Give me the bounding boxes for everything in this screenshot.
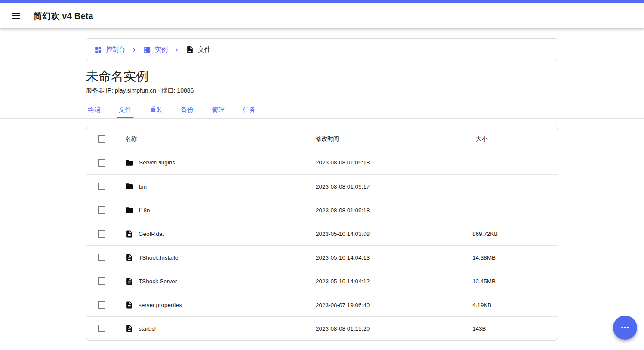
breadcrumb-item-1[interactable]: 控制台	[94, 46, 125, 54]
file-modified-time: 2023-08-08 01:15:20	[316, 325, 472, 332]
row-checkbox[interactable]	[98, 159, 105, 167]
file-row: TShock.Installer 2023-05-10 14:04:13 14.…	[86, 245, 558, 269]
file-icon	[125, 254, 133, 262]
row-checkbox[interactable]	[98, 230, 105, 238]
tab-任务[interactable]: 任务	[234, 101, 265, 118]
column-header-modified: 修改时间	[316, 135, 472, 143]
file-row: start.sh 2023-08-08 01:15:20 143B	[86, 316, 558, 340]
chevron-right-icon	[173, 46, 180, 53]
folder-icon	[125, 182, 134, 191]
file-name[interactable]: TShock.Installer	[139, 254, 180, 261]
breadcrumb: 控制台 实例 文件	[86, 38, 558, 61]
top-accent-strip	[0, 0, 644, 3]
file-size: 869.72KB	[472, 231, 558, 237]
file-table-header-row: 名称 修改时间 大小	[86, 127, 558, 151]
row-checkbox[interactable]	[98, 301, 105, 309]
select-all-checkbox[interactable]	[98, 135, 105, 143]
file-icon	[186, 46, 194, 54]
tab-文件[interactable]: 文件	[110, 101, 141, 118]
file-size: -	[472, 159, 558, 166]
tab-备份[interactable]: 备份	[172, 101, 203, 118]
tab-bar: 终端 文件 重装 备份 管理 任务	[0, 101, 644, 119]
row-checkbox[interactable]	[98, 325, 105, 332]
file-icon	[125, 325, 133, 333]
main-content: 控制台 实例 文件 未命名实例 服务器 IP: play.simpfun.cn …	[0, 38, 644, 341]
row-checkbox[interactable]	[98, 206, 105, 214]
menu-icon	[11, 11, 22, 21]
more-actions-fab[interactable]	[613, 316, 637, 340]
breadcrumb-item-3: 文件	[186, 46, 211, 54]
file-table: 名称 修改时间 大小 ServerPlugins 2023-08-08 01:0…	[86, 127, 558, 341]
file-size: -	[472, 207, 558, 214]
file-modified-time: 2023-08-08 01:09:17	[316, 183, 472, 190]
dashboard-icon	[94, 46, 102, 54]
app-bar: 简幻欢 v4 Beta	[0, 3, 644, 28]
column-header-size: 大小	[472, 135, 558, 143]
tabs-row: 终端 文件 重装 备份 管理 任务	[79, 101, 565, 118]
tab-管理[interactable]: 管理	[203, 101, 234, 118]
row-checkbox[interactable]	[98, 254, 105, 261]
file-size: 143B	[472, 325, 558, 332]
column-header-name: 名称	[125, 135, 316, 143]
file-size: 14.38MB	[472, 254, 558, 261]
file-name[interactable]: i18n	[139, 207, 150, 214]
file-row: GeoIP.dat 2023-05-10 14:03:08 869.72KB	[86, 222, 558, 245]
file-row: server.properties 2023-08-07 19:06:40 4.…	[86, 293, 558, 316]
page-title: 未命名实例	[86, 69, 558, 84]
breadcrumb-item-2[interactable]: 实例	[143, 46, 168, 54]
file-modified-time: 2023-08-08 01:09:18	[316, 207, 472, 214]
file-name[interactable]: ServerPlugins	[139, 159, 175, 166]
row-checkbox[interactable]	[98, 277, 105, 285]
file-name[interactable]: bin	[139, 183, 147, 190]
file-row: i18n 2023-08-08 01:09:18 -	[86, 198, 558, 222]
file-icon	[125, 230, 133, 238]
active-tab-indicator	[117, 117, 134, 118]
file-row: TShock.Server 2023-05-10 14:04:12 12.45M…	[86, 269, 558, 293]
dns-icon	[143, 46, 151, 54]
tab-终端[interactable]: 终端	[79, 101, 110, 118]
app-title: 简幻欢 v4 Beta	[34, 10, 93, 22]
hamburger-menu-button[interactable]	[9, 9, 23, 23]
folder-icon	[125, 158, 134, 167]
file-row: bin 2023-08-08 01:09:17 -	[86, 174, 558, 198]
row-checkbox[interactable]	[98, 183, 105, 190]
file-name[interactable]: start.sh	[139, 325, 157, 332]
file-modified-time: 2023-05-10 14:04:13	[316, 254, 472, 261]
more-horiz-icon	[619, 322, 631, 333]
file-name[interactable]: server.properties	[139, 302, 182, 308]
tab-重装[interactable]: 重装	[141, 101, 172, 118]
folder-icon	[125, 206, 134, 214]
file-icon	[125, 277, 133, 285]
file-row: ServerPlugins 2023-08-08 01:09:18 -	[86, 151, 558, 174]
file-icon	[125, 301, 133, 309]
file-modified-time: 2023-05-10 14:04:12	[316, 278, 472, 285]
file-size: 4.19KB	[472, 302, 558, 308]
file-modified-time: 2023-08-07 19:06:40	[316, 302, 472, 308]
file-size: -	[472, 183, 558, 190]
instance-address: 服务器 IP: play.simpfun.cn · 端口: 10886	[86, 87, 558, 95]
file-name[interactable]: TShock.Server	[139, 278, 177, 285]
file-name[interactable]: GeoIP.dat	[139, 231, 164, 237]
file-size: 12.45MB	[472, 278, 558, 285]
file-modified-time: 2023-05-10 14:03:08	[316, 231, 472, 237]
chevron-right-icon	[131, 46, 138, 53]
file-modified-time: 2023-08-08 01:09:18	[316, 159, 472, 166]
